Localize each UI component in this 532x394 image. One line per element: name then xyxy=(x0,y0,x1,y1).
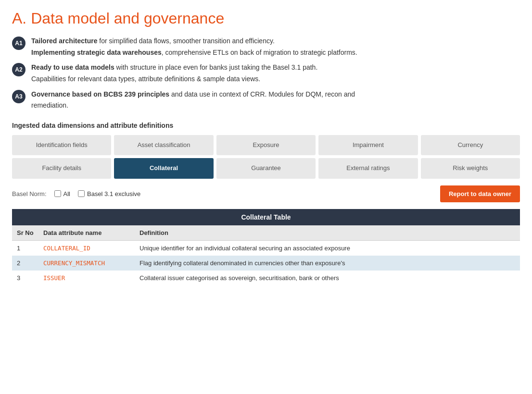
cell-def: Collateral issuer categorised as soverei… xyxy=(135,271,520,285)
filter-all-input[interactable] xyxy=(54,190,61,197)
tag-button-collateral[interactable]: Collateral xyxy=(114,158,213,178)
cell-attr: CURRENCY_MISMATCH xyxy=(38,256,135,271)
filter-row: Basel Norm: All Basel 3.1 exclusive Repo… xyxy=(12,185,520,202)
bullet-item: A3Governance based on BCBS 239 principle… xyxy=(12,89,520,111)
bullet-item: A2Ready to use data models with structur… xyxy=(12,62,520,84)
bullet-badge: A2 xyxy=(12,63,25,76)
tag-button-asset-classification[interactable]: Asset classification xyxy=(114,135,213,155)
tag-button-identification-fields[interactable]: Identification fields xyxy=(12,135,111,155)
table-title-row: Collateral Table xyxy=(12,209,520,225)
table-row: 2CURRENCY_MISMATCHFlag identifying colla… xyxy=(12,256,520,271)
report-to-data-owner-button[interactable]: Report to data owner xyxy=(440,185,520,202)
filter-label: Basel Norm: xyxy=(12,190,47,197)
filter-basel31-input[interactable] xyxy=(78,190,85,197)
filter-basel31-label: Basel 3.1 exclusive xyxy=(87,190,140,197)
page-title: A. Data model and governance xyxy=(12,10,520,27)
cell-attr: ISSUER xyxy=(38,271,135,285)
tag-button-exposure[interactable]: Exposure xyxy=(216,135,316,155)
tag-button-risk-weights[interactable]: Risk weights xyxy=(421,158,520,178)
bullet-item: A1Tailored architecture for simplified d… xyxy=(12,36,520,58)
filter-all-checkbox[interactable]: All xyxy=(54,190,70,197)
table-header-row: Sr No Data attribute name Definition xyxy=(12,225,520,241)
bullet-text: Governance based on BCBS 239 principles … xyxy=(31,89,355,111)
bullet-text: Tailored architecture for simplified dat… xyxy=(31,36,357,58)
cell-srno: 1 xyxy=(12,240,38,256)
filter-all-label: All xyxy=(63,190,70,197)
table-row: 1COLLATERAL_IDUnique identifier for an i… xyxy=(12,240,520,256)
col-header-srno: Sr No xyxy=(12,225,38,241)
tag-button-external-ratings[interactable]: External ratings xyxy=(318,158,418,178)
bullet-text: Ready to use data models with structure … xyxy=(31,62,317,84)
cell-srno: 3 xyxy=(12,271,38,285)
cell-srno: 2 xyxy=(12,256,38,271)
table-row: 3ISSUERCollateral issuer categorised as … xyxy=(12,271,520,285)
tag-button-facility-details[interactable]: Facility details xyxy=(12,158,111,178)
col-header-attr: Data attribute name xyxy=(38,225,135,241)
cell-def: Flag identifying collateral denominated … xyxy=(135,256,520,271)
collateral-table: Collateral Table Sr No Data attribute na… xyxy=(12,209,520,285)
bullet-badge: A1 xyxy=(12,37,25,50)
section-heading: Ingested data dimensions and attribute d… xyxy=(12,122,520,129)
table-body: 1COLLATERAL_IDUnique identifier for an i… xyxy=(12,240,520,285)
col-header-def: Definition xyxy=(135,225,520,241)
cell-def: Unique identifier for an individual coll… xyxy=(135,240,520,256)
bullets-section: A1Tailored architecture for simplified d… xyxy=(12,36,520,111)
tag-grid: Identification fieldsAsset classificatio… xyxy=(12,135,520,178)
table-title: Collateral Table xyxy=(12,209,520,225)
tag-button-currency[interactable]: Currency xyxy=(421,135,520,155)
tag-button-impairment[interactable]: Impairment xyxy=(318,135,418,155)
filter-basel31-checkbox[interactable]: Basel 3.1 exclusive xyxy=(78,190,140,197)
bullet-badge: A3 xyxy=(12,90,25,103)
tag-button-guarantee[interactable]: Guarantee xyxy=(216,158,316,178)
cell-attr: COLLATERAL_ID xyxy=(38,240,135,256)
